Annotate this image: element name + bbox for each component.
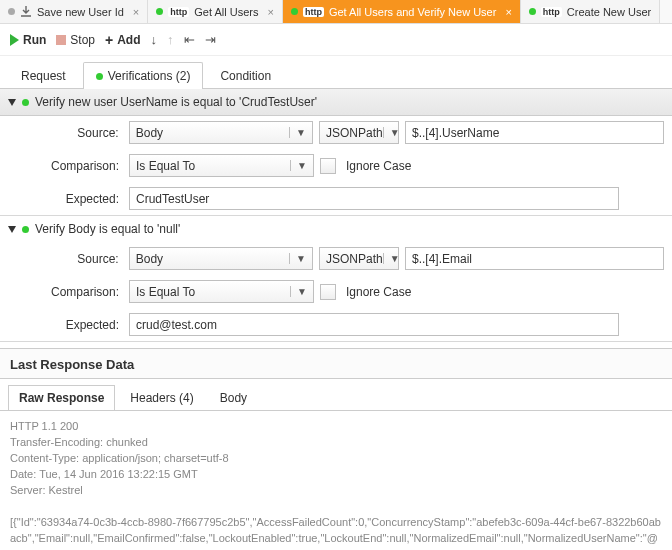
chevron-down-icon: ▼ <box>289 253 306 264</box>
response-line: HTTP 1.1 200 <box>10 419 662 435</box>
tab-get-verify-user[interactable]: http Get All Users and Verify New User × <box>283 0 521 23</box>
source-select[interactable]: Body▼ <box>129 247 313 270</box>
tab-label: Get All Users and Verify New User <box>329 6 497 18</box>
select-value: Is Equal To <box>136 285 195 299</box>
status-dot <box>291 8 298 15</box>
status-dot <box>156 8 163 15</box>
input-value: $..[4].UserName <box>412 126 499 140</box>
play-icon <box>10 34 19 46</box>
input-value: CrudTestUser <box>136 192 209 206</box>
verification-title: Verify Body is equal to 'null' <box>35 222 180 236</box>
run-label: Run <box>23 33 46 47</box>
move-down-icon[interactable]: ↓ <box>151 32 158 47</box>
tab-label: Condition <box>220 69 271 83</box>
download-icon <box>20 6 32 18</box>
http-icon: http <box>541 7 562 17</box>
verification-header[interactable]: Verify Body is equal to 'null' <box>0 216 672 242</box>
tab-label: Verifications (2) <box>108 69 191 83</box>
source-label: Source: <box>45 126 123 140</box>
expected-label: Expected: <box>45 192 123 206</box>
response-heading: Last Response Data <box>0 348 672 379</box>
editor-tabs: Request Verifications (2) Condition <box>0 56 672 89</box>
response-tabs: Raw Response Headers (4) Body <box>0 379 672 411</box>
collapse-icon <box>8 99 16 106</box>
tab-body[interactable]: Body <box>209 385 258 410</box>
comparison-select[interactable]: Is Equal To▼ <box>129 154 314 177</box>
select-value: Is Equal To <box>136 159 195 173</box>
expected-input[interactable]: CrudTestUser <box>129 187 619 210</box>
status-dot <box>8 8 15 15</box>
run-button[interactable]: Run <box>10 33 46 47</box>
close-icon[interactable]: × <box>129 6 139 18</box>
tab-label: Request <box>21 69 66 83</box>
expected-input[interactable]: crud@test.com <box>129 313 619 336</box>
tab-label: Create New User <box>567 6 651 18</box>
select-value: Body <box>136 252 163 266</box>
verification-block: Verify new user UserName is equal to 'Cr… <box>0 89 672 216</box>
input-value: crud@test.com <box>136 318 217 332</box>
chevron-down-icon: ▼ <box>290 286 307 297</box>
tab-save-user[interactable]: Save new User Id × <box>0 0 148 23</box>
select-value: JSONPath <box>326 126 383 140</box>
pathtype-select[interactable]: JSONPath▼ <box>319 247 399 270</box>
chevron-down-icon: ▼ <box>383 253 400 264</box>
response-line: Date: Tue, 14 Jun 2016 13:22:15 GMT <box>10 467 662 483</box>
response-body: HTTP 1.1 200 Transfer-Encoding: chunked … <box>0 411 672 550</box>
comparison-label: Comparison: <box>45 159 123 173</box>
tab-raw-response[interactable]: Raw Response <box>8 385 115 410</box>
stop-button[interactable]: Stop <box>56 33 95 47</box>
tab-headers[interactable]: Headers (4) <box>119 385 204 410</box>
file-tabs: Save new User Id × http Get All Users × … <box>0 0 672 24</box>
verification-block: Verify Body is equal to 'null' Source: B… <box>0 216 672 342</box>
add-button[interactable]: +Add <box>105 33 141 47</box>
source-select[interactable]: Body▼ <box>129 121 313 144</box>
close-icon[interactable]: × <box>501 6 511 18</box>
http-icon: http <box>168 7 189 17</box>
response-payload: [{"Id":"63934a74-0c3b-4ccb-8980-7f667795… <box>10 515 662 550</box>
stop-icon <box>56 35 66 45</box>
tab-request[interactable]: Request <box>8 62 79 89</box>
tab-verifications[interactable]: Verifications (2) <box>83 62 204 89</box>
move-up-icon[interactable]: ↑ <box>167 32 174 47</box>
select-value: Body <box>136 126 163 140</box>
input-value: $..[4].Email <box>412 252 472 266</box>
status-dot <box>529 8 536 15</box>
verification-header[interactable]: Verify new user UserName is equal to 'Cr… <box>0 89 672 116</box>
add-label: Add <box>117 33 140 47</box>
response-line: Server: Kestrel <box>10 483 662 499</box>
tab-get-all-users[interactable]: http Get All Users × <box>148 0 283 23</box>
ignore-case-label: Ignore Case <box>346 285 411 299</box>
comparison-label: Comparison: <box>45 285 123 299</box>
tab-condition[interactable]: Condition <box>207 62 284 89</box>
tab-label: Get All Users <box>194 6 258 18</box>
path-input[interactable]: $..[4].Email <box>405 247 664 270</box>
chevron-down-icon: ▼ <box>289 127 306 138</box>
expected-label: Expected: <box>45 318 123 332</box>
close-icon[interactable]: × <box>263 6 273 18</box>
ignore-case-checkbox[interactable] <box>320 284 336 300</box>
collapse-icon <box>8 226 16 233</box>
verifications-panel: Verify new user UserName is equal to 'Cr… <box>0 88 672 342</box>
chevron-down-icon: ▼ <box>290 160 307 171</box>
stop-label: Stop <box>70 33 95 47</box>
response-line: Content-Type: application/json; charset=… <box>10 451 662 467</box>
status-dot <box>96 73 103 80</box>
indent-left-icon[interactable]: ⇤ <box>184 32 195 47</box>
pathtype-select[interactable]: JSONPath▼ <box>319 121 399 144</box>
chevron-down-icon: ▼ <box>383 127 400 138</box>
http-icon: http <box>303 7 324 17</box>
verification-title: Verify new user UserName is equal to 'Cr… <box>35 95 317 109</box>
toolbar: Run Stop +Add ↓ ↑ ⇤ ⇥ <box>0 24 672 56</box>
ignore-case-label: Ignore Case <box>346 159 411 173</box>
path-input[interactable]: $..[4].UserName <box>405 121 664 144</box>
status-dot <box>22 226 29 233</box>
response-line: Transfer-Encoding: chunked <box>10 435 662 451</box>
source-label: Source: <box>45 252 123 266</box>
tab-create-user[interactable]: http Create New User <box>521 0 660 23</box>
select-value: JSONPath <box>326 252 383 266</box>
indent-right-icon[interactable]: ⇥ <box>205 32 216 47</box>
status-dot <box>22 99 29 106</box>
plus-icon: + <box>105 35 113 45</box>
comparison-select[interactable]: Is Equal To▼ <box>129 280 314 303</box>
ignore-case-checkbox[interactable] <box>320 158 336 174</box>
